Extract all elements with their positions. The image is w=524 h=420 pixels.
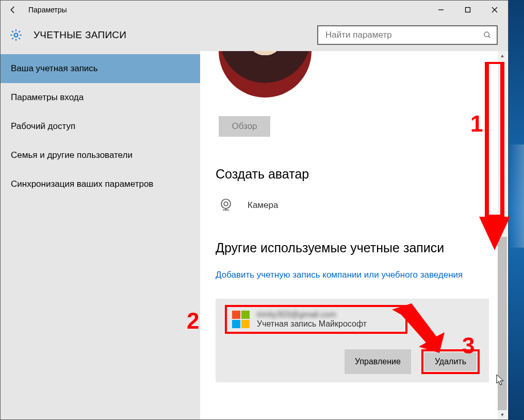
page-title: УЧЕТНЫЕ ЗАПИСИ xyxy=(23,29,126,41)
cursor-icon xyxy=(496,374,504,385)
back-arrow-icon xyxy=(8,5,18,14)
svg-marker-10 xyxy=(479,217,510,250)
sidebar-item-signin-options[interactable]: Параметры входа xyxy=(1,83,200,112)
minimize-icon xyxy=(438,7,444,13)
account-type: Учетная запись Майкрософт xyxy=(257,319,367,329)
scroll-thumb[interactable] xyxy=(498,237,507,417)
close-button[interactable] xyxy=(481,1,508,19)
annotation-arrow-to-delete xyxy=(392,303,449,355)
sidebar-item-sync-settings[interactable]: Синхронизация ваших параметров xyxy=(1,170,200,199)
browse-button[interactable]: Обзор xyxy=(219,116,270,137)
svg-marker-11 xyxy=(392,303,445,353)
close-icon xyxy=(492,7,498,13)
search-icon xyxy=(483,31,492,39)
microsoft-logo-icon xyxy=(232,311,250,328)
create-avatar-heading: Создать аватар xyxy=(216,167,508,182)
annotation-number-3: 3 xyxy=(462,333,474,359)
account-email: trinity303@gmail.com xyxy=(257,310,367,319)
window-title: Параметры xyxy=(25,6,67,14)
svg-point-4 xyxy=(14,34,18,37)
search-input[interactable] xyxy=(324,29,483,41)
settings-header: УЧЕТНЫЕ ЗАПИСИ xyxy=(1,19,508,51)
camera-option[interactable]: Камера xyxy=(217,196,508,215)
search-box[interactable] xyxy=(317,25,498,45)
titlebar: Параметры xyxy=(1,1,508,19)
svg-point-7 xyxy=(221,199,231,208)
svg-rect-9 xyxy=(487,62,502,217)
maximize-icon xyxy=(465,7,471,13)
annotation-number-2: 2 xyxy=(187,308,199,334)
svg-point-8 xyxy=(224,202,228,206)
back-button[interactable] xyxy=(1,1,25,19)
scroll-down-arrow-icon[interactable]: ▼ xyxy=(498,410,507,419)
settings-window: Параметры УЧЕТНЫЕ ЗАПИСИ xyxy=(0,0,509,420)
svg-line-6 xyxy=(488,36,490,38)
sidebar-item-family-users[interactable]: Семья и другие пользователи xyxy=(1,141,200,170)
svg-point-5 xyxy=(484,32,489,37)
minimize-button[interactable] xyxy=(428,1,454,19)
annotation-arrow-1 xyxy=(477,62,513,253)
sidebar-item-your-account[interactable]: Ваша учетная запись xyxy=(1,54,200,83)
avatar xyxy=(219,51,312,98)
add-account-link[interactable]: Добавить учетную запись компании или уче… xyxy=(216,270,508,280)
other-accounts-heading: Другие используемые учетные записи xyxy=(216,240,508,255)
camera-icon xyxy=(217,196,235,215)
svg-rect-1 xyxy=(466,7,470,12)
camera-label: Камера xyxy=(248,200,278,211)
gear-icon xyxy=(9,28,23,42)
settings-sidebar: Ваша учетная запись Параметры входа Рабо… xyxy=(1,51,200,419)
maximize-button[interactable] xyxy=(454,1,481,19)
account-entry[interactable]: trinity303@gmail.com Учетная запись Майк… xyxy=(225,305,407,334)
scroll-up-arrow-icon[interactable]: ▲ xyxy=(498,51,507,60)
sidebar-item-work-access[interactable]: Рабочий доступ xyxy=(1,112,200,141)
settings-content: Обзор Создать аватар Камера Другие испол… xyxy=(200,51,508,419)
annotation-number-1: 1 xyxy=(470,111,483,137)
